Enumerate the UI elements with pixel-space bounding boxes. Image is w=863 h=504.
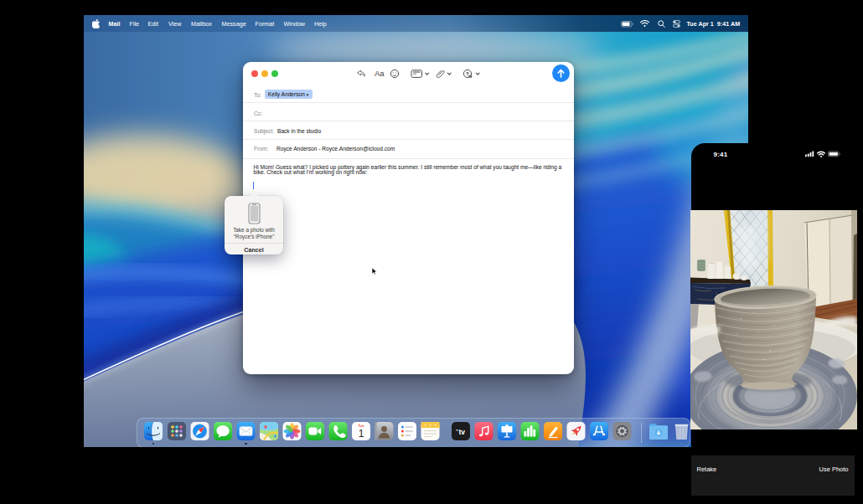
svg-text:tv: tv (458, 427, 465, 435)
svg-text:Aa: Aa (375, 69, 385, 78)
svg-text:1: 1 (358, 428, 364, 440)
svg-text:+: + (469, 75, 471, 79)
